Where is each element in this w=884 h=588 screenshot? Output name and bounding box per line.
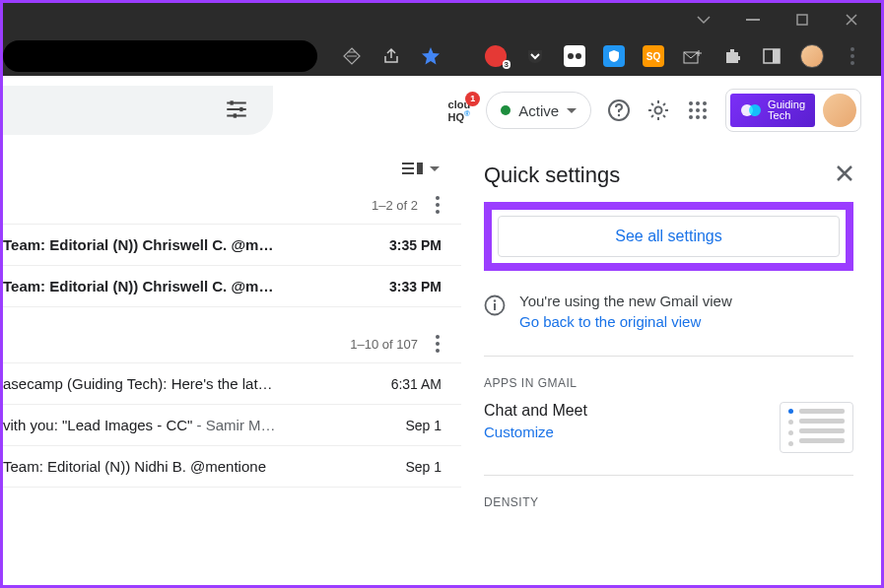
svg-point-20 <box>696 115 700 119</box>
svg-rect-24 <box>402 163 414 164</box>
presence-active-pill[interactable]: Active <box>486 92 591 129</box>
star-icon[interactable] <box>420 45 442 67</box>
sidepanel-icon[interactable] <box>761 45 782 67</box>
extensions-icon[interactable] <box>721 45 743 67</box>
cloudhq-badge[interactable]: clouHQ®1 <box>448 99 471 122</box>
chevron-down-icon <box>567 108 577 113</box>
svg-rect-30 <box>494 303 496 310</box>
svg-rect-9 <box>234 113 237 117</box>
highlight-box: See all settings <box>484 202 853 271</box>
svg-rect-25 <box>402 167 414 169</box>
svg-rect-6 <box>773 49 780 63</box>
chat-meet-label: Chat and Meet <box>484 402 587 420</box>
svg-rect-1 <box>797 15 807 25</box>
svg-rect-0 <box>746 19 760 21</box>
svg-rect-7 <box>231 100 234 104</box>
pager-text: 1–10 of 107 <box>350 337 418 352</box>
extension-eyes-icon[interactable] <box>564 45 585 67</box>
mail-subject: asecamp (Guiding Tech): Here's the lat… <box>3 375 375 392</box>
mail-subject: Team: Editorial (N)) Nidhi B. @mentione <box>3 458 389 475</box>
mail-subject: vith you: "Lead Images - CC" - Samir M… <box>3 417 389 433</box>
svg-point-11 <box>618 114 620 116</box>
presence-label: Active <box>518 102 559 119</box>
customize-link[interactable]: Customize <box>484 424 587 440</box>
svg-rect-26 <box>402 172 414 174</box>
more-icon[interactable] <box>436 335 440 353</box>
window-titlebar <box>3 3 881 36</box>
search-options-bar <box>3 86 273 135</box>
original-view-link[interactable]: Go back to the original view <box>519 313 732 330</box>
new-view-info: You're using the new Gmail view Go back … <box>484 289 853 357</box>
extension-shield-icon[interactable] <box>603 45 625 67</box>
mail-row[interactable]: vith you: "Lead Images - CC" - Samir M…S… <box>3 405 461 446</box>
mail-plus-icon[interactable] <box>682 45 704 67</box>
window-close-button[interactable] <box>842 10 861 30</box>
pager-text: 1–2 of 2 <box>372 198 418 213</box>
close-icon[interactable] <box>836 164 853 186</box>
svg-point-3 <box>576 53 581 59</box>
apps-preview-thumbnail[interactable] <box>780 402 853 453</box>
mail-subject: Team: Editorial (N)) Chriswell C. @m… <box>3 278 374 294</box>
svg-rect-8 <box>239 107 242 111</box>
apps-section-title: APPS IN GMAIL <box>484 357 853 402</box>
svg-point-2 <box>568 53 574 59</box>
see-all-settings-button[interactable]: See all settings <box>498 216 840 257</box>
brand-badge: GuidingTech <box>730 94 815 127</box>
browser-menu-icon[interactable] <box>842 45 863 67</box>
mail-subject: Team: Editorial (N)) Chriswell C. @m… <box>3 236 374 253</box>
svg-point-29 <box>494 299 496 301</box>
browser-toolbar: 3 SQ <box>3 36 881 76</box>
help-icon[interactable] <box>607 98 631 122</box>
window-dropdown-icon[interactable] <box>694 10 714 30</box>
chevron-down-icon <box>430 166 440 171</box>
extension-sq-icon[interactable]: SQ <box>643 45 664 67</box>
apps-grid-icon[interactable] <box>686 98 710 122</box>
mail-row[interactable]: Team: Editorial (N)) Nidhi B. @mentioneS… <box>3 446 461 488</box>
share-icon[interactable] <box>380 45 402 67</box>
account-avatar <box>823 94 856 127</box>
extension-red-icon[interactable]: 3 <box>485 45 507 67</box>
url-bar[interactable] <box>3 40 317 72</box>
mail-row[interactable]: Team: Editorial (N)) Chriswell C. @m…3:3… <box>3 224 461 266</box>
mail-time: Sep 1 <box>405 418 442 433</box>
svg-point-23 <box>749 104 761 116</box>
svg-point-12 <box>655 107 662 114</box>
quick-settings-panel: Quick settings See all settings You're u… <box>461 145 881 585</box>
quick-settings-title: Quick settings <box>484 163 620 188</box>
tune-icon[interactable] <box>224 97 251 124</box>
presence-dot <box>501 105 510 115</box>
info-icon <box>484 294 506 330</box>
svg-rect-27 <box>417 163 423 174</box>
svg-point-17 <box>696 108 700 112</box>
svg-point-21 <box>703 115 707 119</box>
more-icon[interactable] <box>436 196 440 214</box>
mail-row[interactable]: asecamp (Guiding Tech): Here's the lat…6… <box>3 362 461 405</box>
svg-point-18 <box>703 108 707 112</box>
mail-time: 3:33 PM <box>389 279 442 294</box>
window-minimize-button[interactable] <box>743 10 763 30</box>
density-section-title: DENSITY <box>484 476 853 521</box>
svg-point-19 <box>689 115 693 119</box>
account-box[interactable]: GuidingTech <box>725 89 861 132</box>
svg-point-14 <box>696 101 700 105</box>
pocket-icon[interactable] <box>524 45 546 67</box>
mail-row[interactable]: Team: Editorial (N)) Chriswell C. @m…3:3… <box>3 266 461 307</box>
content-area: 1–2 of 2 Team: Editorial (N)) Chriswell … <box>3 145 881 585</box>
info-text: You're using the new Gmail view <box>519 293 732 309</box>
layout-toggle[interactable] <box>402 161 440 176</box>
mail-time: 6:31 AM <box>391 376 442 392</box>
svg-point-16 <box>689 108 693 112</box>
mail-time: 3:35 PM <box>389 237 442 253</box>
diamond-icon[interactable] <box>341 45 363 67</box>
mail-pane: 1–2 of 2 Team: Editorial (N)) Chriswell … <box>3 145 461 585</box>
window-maximize-button[interactable] <box>792 10 812 30</box>
svg-point-15 <box>703 101 707 105</box>
gmail-toolbar: clouHQ®1 Active GuidingTech <box>3 76 881 145</box>
svg-point-13 <box>689 101 693 105</box>
browser-profile-avatar[interactable] <box>800 44 824 68</box>
mail-time: Sep 1 <box>405 459 442 475</box>
gear-icon[interactable] <box>646 98 670 122</box>
